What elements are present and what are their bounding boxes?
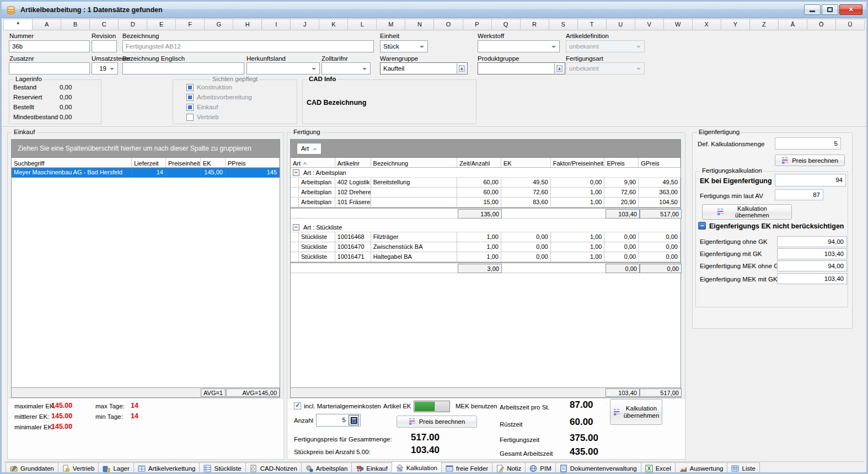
alpha-tab-Ö[interactable]: Ö xyxy=(807,19,836,30)
minimize-button[interactable] xyxy=(804,4,821,15)
tab-grunddaten[interactable]: Grunddaten xyxy=(6,462,58,474)
alpha-tab-W[interactable]: W xyxy=(664,19,693,30)
column-header-suchbegriff[interactable]: Suchbegriff xyxy=(12,158,132,167)
alpha-tab-B[interactable]: B xyxy=(61,19,90,30)
incl-materialgemeinkosten-checkbox[interactable] xyxy=(294,402,301,409)
bezeichnung-englisch-field[interactable] xyxy=(122,62,244,74)
preis-berechnen-button[interactable]: Preis berechnen xyxy=(397,416,477,428)
table-row[interactable]: Arbeitsplan402 LogistikBereitstellung60,… xyxy=(291,178,681,188)
kalkulation-uebernehmen-button[interactable]: Kalkulation übernehmen xyxy=(610,399,662,425)
tab-cad-notizen[interactable]: CAD-Notizen xyxy=(245,462,302,474)
einkauf-groupby-bar[interactable]: Ziehen Sie eine Spaltenüberschrift hierh… xyxy=(12,140,280,158)
collapse-icon[interactable]: − xyxy=(293,169,299,176)
column-header-ek[interactable]: EK xyxy=(501,158,551,167)
einheit-select[interactable]: Stück xyxy=(380,40,428,52)
tab-arbeitsplan[interactable]: Arbeitsplan xyxy=(301,462,352,474)
group-header-stueckliste[interactable]: − Art : Stückliste xyxy=(291,222,681,232)
column-header-ppreis[interactable]: PPreis xyxy=(226,158,280,167)
alpha-tab-P[interactable]: P xyxy=(463,19,492,30)
konstruktion-checkbox[interactable] xyxy=(186,84,194,91)
warengruppe-field[interactable]: Kaufteil xyxy=(380,62,468,74)
column-header-artikelnr[interactable]: Artikelnr xyxy=(335,158,371,167)
alpha-tab-Q[interactable]: Q xyxy=(492,19,521,30)
revision-field[interactable] xyxy=(92,40,117,52)
column-header-art[interactable]: Art xyxy=(291,158,335,167)
tab-auswertung[interactable]: Auswertung xyxy=(675,462,728,474)
group-header-arbeitsplan[interactable]: − Art : Arbeitsplan xyxy=(291,168,681,178)
ef-mek-mit-gk-field[interactable]: 103,40 xyxy=(777,273,847,284)
table-row[interactable]: Stückliste10016471Haltegabel BA1,000,001… xyxy=(291,252,681,262)
alpha-tab-H[interactable]: H xyxy=(233,19,262,30)
fertigungsart-select[interactable]: unbekannt xyxy=(566,62,645,74)
title-bar[interactable]: Artikelbearbeitung : 1 Datensätze gefund… xyxy=(2,2,866,18)
def-kalkulationsmenge-field[interactable]: 5 xyxy=(775,137,841,150)
column-header-epreis[interactable]: EPreis xyxy=(604,158,639,167)
arbeitsvorbereitung-checkbox[interactable] xyxy=(186,94,194,101)
alpha-tab-M[interactable]: M xyxy=(377,19,405,30)
umsatzsteuer-select[interactable]: 19 xyxy=(92,62,118,74)
tab-liste[interactable]: Liste xyxy=(727,462,759,474)
alpha-tab-O[interactable]: O xyxy=(434,19,463,30)
eigenfertigung-preis-berechnen-button[interactable]: Preis berechnen xyxy=(775,155,845,166)
produktgruppe-lookup-button[interactable] xyxy=(554,63,564,73)
close-button[interactable]: ✕ xyxy=(839,4,862,15)
alpha-tab-I[interactable]: I xyxy=(262,19,291,30)
alpha-tab-D[interactable]: D xyxy=(119,19,147,30)
alpha-tab-A[interactable]: A xyxy=(33,19,61,30)
alpha-tab-S[interactable]: S xyxy=(549,19,578,30)
tab-stückliste[interactable]: Stückliste xyxy=(199,462,245,474)
eigenfertigung-kalkulation-uebernehmen-button[interactable]: Kalkulation übernehmen xyxy=(702,204,792,220)
alpha-tab-L[interactable]: L xyxy=(348,19,377,30)
artikeldefinition-select[interactable]: unbekannt xyxy=(566,40,645,52)
alpha-tab-Y[interactable]: Y xyxy=(721,19,750,30)
tab-artikelverkettung[interactable]: Artikelverkettung xyxy=(133,462,200,474)
alpha-tab-U[interactable]: U xyxy=(607,19,635,30)
column-header-bezeichnung[interactable]: Bezeichnung xyxy=(371,158,458,167)
warengruppe-lookup-button[interactable] xyxy=(457,63,467,73)
column-header-gpreis[interactable]: GPreis xyxy=(639,158,681,167)
ef-mit-gk-field[interactable]: 103,40 xyxy=(777,248,847,259)
alpha-tab-G[interactable]: G xyxy=(205,19,233,30)
column-header-faktor-preiseinheit[interactable]: Faktor/Preiseinheit xyxy=(551,158,605,167)
bezeichnung-field[interactable]: Fertigungsteil AB12 xyxy=(122,40,374,52)
table-row[interactable]: Arbeitsplan101 Fräserei15,0083,601,0020,… xyxy=(291,198,681,207)
column-header-lieferzeit[interactable]: Lieferzeit xyxy=(132,158,166,167)
nummer-field[interactable]: 36b xyxy=(9,40,90,52)
eigenfertigungs-ek-checkbox[interactable]: − xyxy=(698,222,706,230)
tab-excel[interactable]: XExcel xyxy=(641,462,676,474)
fertigungs-min-field[interactable]: 87 xyxy=(775,189,823,200)
alpha-tab-T[interactable]: T xyxy=(578,19,607,30)
alpha-tab-Z[interactable]: Z xyxy=(750,19,779,30)
alpha-tab-N[interactable]: N xyxy=(405,19,434,30)
column-header-ek[interactable]: EK xyxy=(201,158,226,167)
alpha-tab-X[interactable]: X xyxy=(693,19,721,30)
ef-ohne-gk-field[interactable]: 94,00 xyxy=(777,236,847,247)
alpha-tab-F[interactable]: F xyxy=(176,19,205,30)
alpha-tab-C[interactable]: C xyxy=(90,19,119,30)
maximize-button[interactable] xyxy=(822,4,838,15)
alpha-tab-E[interactable]: E xyxy=(147,19,176,30)
alpha-tab-V[interactable]: V xyxy=(635,19,664,30)
werkstoff-select[interactable] xyxy=(478,40,560,52)
table-row[interactable]: Arbeitsplan102 Drehere60,0072,601,0072,6… xyxy=(291,188,681,198)
lieferant-table-row[interactable]: Meyer Maschinenbau AG - Bad Hersfeld 14 … xyxy=(12,168,280,178)
column-header-preiseinheit[interactable]: Preiseinheit xyxy=(166,158,201,167)
alpha-tab-Ä[interactable]: Ä xyxy=(779,19,807,30)
einkauf-checkbox[interactable] xyxy=(186,104,194,111)
ek-eigenfertigung-field[interactable]: 94 xyxy=(775,174,846,187)
tab-einkauf[interactable]: Einkauf xyxy=(351,462,392,474)
tab-vertrieb[interactable]: Vertrieb xyxy=(58,462,99,474)
tab-notiz[interactable]: Notiz xyxy=(492,462,526,474)
alpha-tab-J[interactable]: J xyxy=(291,19,319,30)
ef-mek-ohne-gk-field[interactable]: 94,00 xyxy=(777,260,847,271)
tab-pim[interactable]: PIM xyxy=(525,462,555,474)
zusatznr-field[interactable] xyxy=(9,62,90,74)
table-row[interactable]: Stückliste10016468Filzträger1,000,001,00… xyxy=(291,232,681,242)
tab-lager[interactable]: Lager xyxy=(98,462,133,474)
alpha-tab-*[interactable]: * xyxy=(3,19,33,30)
column-header-zeit-anzahl[interactable]: Zeit/Anzahl xyxy=(457,158,501,167)
zolltarifnr-select[interactable] xyxy=(322,62,371,74)
artikel-ek-mek-toggle[interactable] xyxy=(414,401,450,412)
vertrieb-checkbox[interactable] xyxy=(186,114,194,121)
alpha-tab-Ü[interactable]: Ü xyxy=(836,19,865,30)
